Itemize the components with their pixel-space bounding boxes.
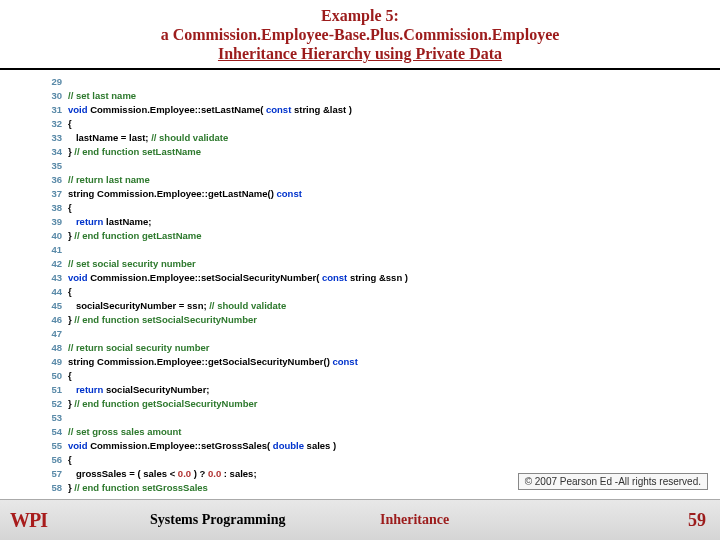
code-line: 37string Commission.Employee::getLastNam… [44,187,710,201]
code-line: 38{ [44,201,710,215]
code-line: 46} // end function setSocialSecurityNum… [44,313,710,327]
line-number: 43 [44,271,62,285]
slide: Example 5: a Commission.Employee-Base.Pl… [0,0,720,540]
line-number: 53 [44,411,62,425]
line-number: 42 [44,257,62,271]
logo-text: WPI [10,509,47,532]
code-line: 55void Commission.Employee::setGrossSale… [44,439,710,453]
line-number: 41 [44,243,62,257]
line-number: 30 [44,89,62,103]
code-line: 36// return last name [44,173,710,187]
code-line: 51 return socialSecurityNumber; [44,383,710,397]
line-number: 44 [44,285,62,299]
line-number: 38 [44,201,62,215]
code-line: 48// return social security number [44,341,710,355]
code-line: 52} // end function getSocialSecurityNum… [44,397,710,411]
slide-header: Example 5: a Commission.Employee-Base.Pl… [0,0,720,70]
line-number: 49 [44,355,62,369]
slide-footer: WPI Systems Programming Inheritance 59 [0,499,720,540]
code-line: 33 lastName = last; // should validate [44,131,710,145]
line-number: 57 [44,467,62,481]
line-number: 34 [44,145,62,159]
footer-page-number: 59 [688,510,706,531]
code-listing: 2930// set last name31void Commission.Em… [44,75,710,492]
code-line: 56{ [44,453,710,467]
code-line: 45 socialSecurityNumber = ssn; // should… [44,299,710,313]
code-line: 54// set gross sales amount [44,425,710,439]
line-number: 50 [44,369,62,383]
line-number: 45 [44,299,62,313]
line-number: 55 [44,439,62,453]
code-line: 42// set social security number [44,257,710,271]
wpi-logo: WPI [10,509,47,532]
line-number: 47 [44,327,62,341]
line-number: 51 [44,383,62,397]
line-number: 54 [44,425,62,439]
line-number: 35 [44,159,62,173]
line-number: 33 [44,131,62,145]
code-line: 40} // end function getLastName [44,229,710,243]
code-line: 29 [44,75,710,89]
copyright-notice: © 2007 Pearson Ed -All rights reserved. [518,473,708,490]
code-line: 35 [44,159,710,173]
code-line: 34} // end function setLastName [44,145,710,159]
line-number: 40 [44,229,62,243]
code-line: 43void Commission.Employee::setSocialSec… [44,271,710,285]
footer-course: Systems Programming [150,512,285,528]
line-number: 36 [44,173,62,187]
line-number: 58 [44,481,62,495]
line-number: 31 [44,103,62,117]
code-line: 30// set last name [44,89,710,103]
title-line-3: Inheritance Hierarchy using Private Data [0,44,720,63]
title-line-2: a Commission.Employee-Base.Plus.Commissi… [0,25,720,44]
code-line: 41 [44,243,710,257]
title-line-1: Example 5: [0,6,720,25]
code-line: 32{ [44,117,710,131]
code-line: 53 [44,411,710,425]
code-line: 49string Commission.Employee::getSocialS… [44,355,710,369]
code-line: 31void Commission.Employee::setLastName(… [44,103,710,117]
line-number: 32 [44,117,62,131]
line-number: 39 [44,215,62,229]
line-number: 56 [44,453,62,467]
line-number: 52 [44,397,62,411]
code-line: 47 [44,327,710,341]
line-number: 29 [44,75,62,89]
code-line: 44{ [44,285,710,299]
footer-topic: Inheritance [380,512,449,528]
code-line: 39 return lastName; [44,215,710,229]
line-number: 48 [44,341,62,355]
line-number: 37 [44,187,62,201]
code-line: 50{ [44,369,710,383]
line-number: 46 [44,313,62,327]
